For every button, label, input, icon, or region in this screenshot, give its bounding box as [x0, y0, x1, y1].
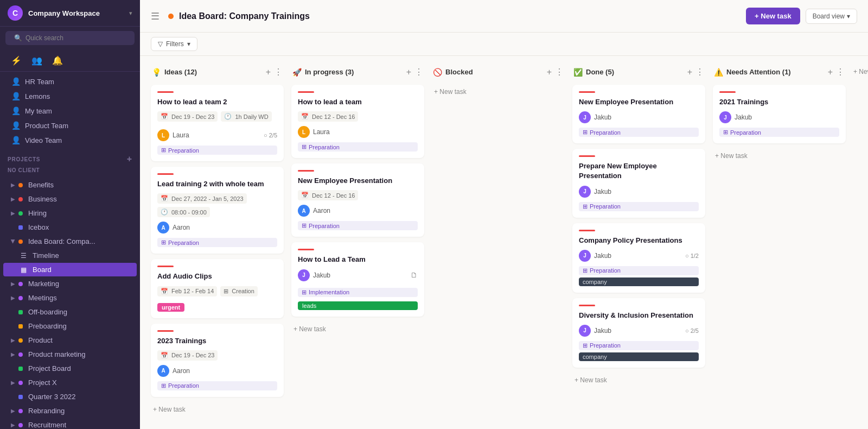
col-add-icon[interactable]: + [547, 67, 552, 77]
card-2021-trainings[interactable]: 2021 Trainings J Jakub ⊞ Preparation [713, 85, 846, 143]
add-task-done[interactable]: + New task [572, 373, 705, 387]
sidebar-item-lemons[interactable]: 👤 Lemons [3, 89, 137, 103]
assignee-name: Aaron [313, 207, 330, 214]
col-more-icon[interactable]: ⋮ [414, 67, 423, 77]
card-lead-training-2[interactable]: Lead training 2 with whole team 📅 Dec 27… [151, 167, 284, 254]
sidebar-item-preboarding[interactable]: ▶ Preboarding [3, 319, 137, 333]
sidebar-icon-bolt[interactable]: ⚡ [8, 52, 25, 69]
col-more-icon[interactable]: ⋮ [836, 67, 845, 77]
add-project-button[interactable]: + [127, 154, 132, 164]
sidebar-item-recruitment[interactable]: ▶ Recruitment [3, 418, 137, 429]
grid-icon: ⊞ [583, 342, 588, 349]
card-prepare-new-employee[interactable]: Prepare New Employee Presentation J Jaku… [572, 149, 705, 217]
card-tag-preparation: ⊞ Preparation [157, 381, 277, 390]
grid-icon: ⊞ [583, 267, 588, 274]
sidebar-item-hiring[interactable]: ▶ Hiring [3, 206, 137, 220]
avatar: J [579, 250, 591, 262]
assignee-name: Jakub [594, 327, 611, 335]
add-task-blocked[interactable]: + New task [432, 85, 565, 99]
sidebar-item-project-board[interactable]: ▶ Project Board [3, 362, 137, 375]
card-tag-preparation: ⊞ Preparation [719, 128, 839, 137]
assignee-name: Jakub [735, 113, 752, 121]
dot-icon [18, 183, 23, 187]
grid-icon: ⊞ [161, 382, 166, 389]
sidebar-item-offboarding[interactable]: ▶ Off-boarding [3, 305, 137, 319]
sidebar-item-product-team[interactable]: 👤 Product Team [3, 118, 137, 133]
dot-icon [18, 395, 23, 399]
card-tag-preparation: ⊞ Preparation [579, 128, 699, 137]
sidebar-item-benefits[interactable]: ▶ Benefits [3, 178, 137, 192]
filter-chevron-icon: ▾ [187, 40, 190, 48]
search-box[interactable]: 🔍 Quick search [5, 31, 135, 45]
filter-button[interactable]: ▽ Filters ▾ [151, 37, 197, 51]
card-add-audio-clips[interactable]: Add Audio Clips 📅 Feb 12 - Feb 14 ⊞ Crea… [151, 259, 284, 318]
card-company-policy[interactable]: Company Policy Presentations J Jakub ○ 1… [572, 223, 705, 293]
card-accent [298, 170, 314, 172]
sidebar-item-product[interactable]: ▶ Product [3, 333, 137, 347]
col-add-icon[interactable]: + [406, 67, 411, 77]
sidebar-item-video-team[interactable]: 👤 Video Team [3, 133, 137, 147]
col-more-icon[interactable]: ⋮ [555, 67, 564, 77]
card-tag-preparation: ⊞ Preparation [157, 146, 277, 155]
check-count: ○ 2/5 [685, 327, 699, 334]
dot-icon [18, 296, 23, 300]
card-tag-preparation: ⊞ Preparation [579, 202, 699, 211]
column-header-in-progress: 🚀 In progress (3) + ⋮ [291, 65, 424, 79]
board-title: Idea Board: Company Trainings [179, 11, 457, 21]
card-how-to-lead-team[interactable]: How to lead a team 📅 Dec 12 - Dec 16 L L… [291, 85, 424, 158]
blocked-icon: 🚫 [433, 68, 442, 77]
card-tag-preparation: ⊞ Preparation [298, 221, 418, 230]
sidebar-item-project-x[interactable]: ▶ Project X [3, 376, 137, 389]
dot-icon [18, 409, 23, 413]
sidebar-item-timeline[interactable]: ☰ Timeline [3, 249, 137, 262]
menu-icon[interactable]: ☰ [151, 10, 159, 22]
chevron-down-icon: ▾ [847, 12, 850, 20]
sidebar-item-idea-board[interactable]: ▶ Idea Board: Compa... [3, 235, 137, 248]
sidebar-item-marketing[interactable]: ▶ Marketing [3, 277, 137, 291]
sidebar-item-board[interactable]: ▦ Board [3, 263, 137, 276]
sidebar-item-product-marketing[interactable]: ▶ Product marketing [3, 348, 137, 361]
sidebar-item-meetings[interactable]: ▶ Meetings [3, 291, 137, 305]
dot-icon [18, 352, 23, 357]
sidebar-item-my-team[interactable]: 👤 My team [3, 104, 137, 118]
workspace-header[interactable]: C Company Workspace ▾ [0, 0, 140, 27]
card-how-to-lead-impl[interactable]: How to Lead a Team J Jakub 🗋 ⊞ Implement… [291, 242, 424, 316]
card-title: 2023 Trainings [157, 336, 277, 346]
add-task-ideas[interactable]: + New task [151, 402, 284, 417]
timeline-icon: ☰ [18, 252, 28, 260]
card-title: Diversity & Inclusion Presentation [579, 311, 699, 320]
avatar: J [719, 111, 731, 123]
card-how-to-lead-team-2[interactable]: How to lead a team 2 📅 Dec 19 - Dec 23 🕐… [151, 85, 284, 161]
col-title-blocked: Blocked [445, 68, 473, 76]
column-needs-attention: ⚠️ Needs Attention (1) + ⋮ 2021 Training… [713, 65, 846, 163]
sidebar-item-quarter3[interactable]: ▶ Quarter 3 2022 [3, 390, 137, 403]
col-add-icon[interactable]: + [687, 67, 692, 77]
avatar: J [298, 269, 310, 281]
col-title-done: Done (5) [586, 68, 614, 76]
card-title: Add Audio Clips [157, 272, 277, 281]
add-task-needs-attention[interactable]: + New task [713, 149, 846, 163]
card-dates: 📅 Dec 27, 2022 - Jan 5, 2023 [157, 193, 247, 204]
card-diversity-inclusion[interactable]: Diversity & Inclusion Presentation J Jak… [572, 298, 705, 368]
card-new-employee-in-progress[interactable]: New Employee Presentation 📅 Dec 12 - Dec… [291, 163, 424, 237]
sidebar-icon-bell[interactable]: 🔔 [49, 52, 66, 69]
col-more-icon[interactable]: ⋮ [695, 67, 704, 77]
sidebar-item-business[interactable]: ▶ Business [3, 192, 137, 206]
new-task-button[interactable]: + New task [746, 8, 800, 24]
grid-icon: ⊞ [583, 129, 588, 136]
col-add-icon[interactable]: + [266, 67, 271, 77]
search-icon: 🔍 [14, 34, 22, 42]
sidebar-icon-people[interactable]: 👥 [28, 52, 46, 69]
col-add-icon[interactable]: + [828, 67, 833, 77]
card-accent [157, 173, 174, 175]
col-more-icon[interactable]: ⋮ [274, 67, 283, 77]
sidebar-item-icebox[interactable]: ▶ Icebox [3, 220, 137, 234]
card-new-employee-done[interactable]: New Employee Presentation J Jakub ⊞ Prep… [572, 85, 705, 143]
sidebar-item-hr-team[interactable]: 👤 HR Team [3, 74, 137, 89]
board-view-button[interactable]: Board view ▾ [806, 9, 857, 24]
card-dates: 📅 Dec 19 - Dec 23 [157, 111, 218, 122]
sidebar-item-rebranding[interactable]: ▶ Rebranding [3, 404, 137, 418]
new-status-column[interactable]: + New status [853, 65, 868, 75]
card-2023-trainings[interactable]: 2023 Trainings 📅 Dec 19 - Dec 23 A Aaron… [151, 324, 284, 397]
add-task-in-progress[interactable]: + New task [291, 322, 424, 336]
